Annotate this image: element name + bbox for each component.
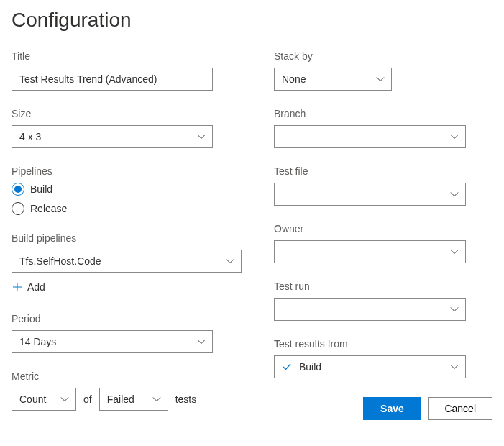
metric-count-select[interactable]: Count: [12, 388, 76, 411]
metric-label: Metric: [12, 370, 230, 382]
build-pipelines-select[interactable]: Tfs.SelfHost.Code: [12, 250, 242, 273]
test-results-from-select[interactable]: Build: [274, 355, 466, 378]
size-select[interactable]: 4 x 3: [12, 125, 213, 148]
branch-label: Branch: [274, 108, 492, 119]
check-icon: [282, 362, 292, 372]
test-results-from-label: Test results from: [274, 338, 492, 350]
size-label: Size: [12, 108, 230, 119]
metric-count-value: Count: [19, 393, 46, 405]
page-title: Configuration: [12, 9, 492, 32]
plus-icon: [12, 281, 23, 293]
stack-by-select[interactable]: None: [274, 68, 392, 91]
left-column: Title Size 4 x 3 Pipelines Build: [12, 50, 252, 420]
period-value: 14 Days: [19, 336, 56, 347]
title-label: Title: [12, 50, 230, 62]
radio-icon: [12, 183, 24, 196]
stack-by-label: Stack by: [274, 50, 492, 62]
save-button[interactable]: Save: [363, 397, 421, 420]
metric-status-value: Failed: [107, 393, 134, 405]
stack-by-value: None: [282, 73, 306, 85]
metric-of-text: of: [83, 393, 92, 405]
metric-tests-text: tests: [175, 393, 197, 405]
test-run-label: Test run: [274, 281, 492, 292]
pipelines-radio-release[interactable]: Release: [12, 202, 230, 215]
title-input[interactable]: [12, 68, 213, 91]
owner-label: Owner: [274, 223, 492, 235]
radio-label: Release: [30, 203, 67, 214]
period-label: Period: [12, 313, 230, 324]
owner-select[interactable]: [274, 240, 466, 263]
radio-label: Build: [30, 183, 52, 195]
metric-status-select[interactable]: Failed: [99, 388, 168, 411]
add-pipeline-button[interactable]: Add: [12, 278, 230, 296]
test-file-label: Test file: [274, 165, 492, 177]
branch-select[interactable]: [274, 125, 466, 148]
build-pipelines-value: Tfs.SelfHost.Code: [19, 255, 101, 267]
pipelines-label: Pipelines: [12, 165, 230, 177]
build-pipelines-label: Build pipelines: [12, 232, 230, 244]
right-column: Stack by None Branch Te: [252, 50, 492, 420]
test-file-select[interactable]: [274, 183, 466, 206]
period-select[interactable]: 14 Days: [12, 330, 213, 353]
test-run-select[interactable]: [274, 298, 466, 321]
add-label: Add: [27, 281, 45, 293]
size-value: 4 x 3: [19, 131, 41, 142]
radio-icon: [12, 202, 24, 215]
cancel-button[interactable]: Cancel: [428, 397, 492, 420]
test-results-from-value: Build: [299, 361, 321, 373]
pipelines-radio-build[interactable]: Build: [12, 183, 230, 196]
